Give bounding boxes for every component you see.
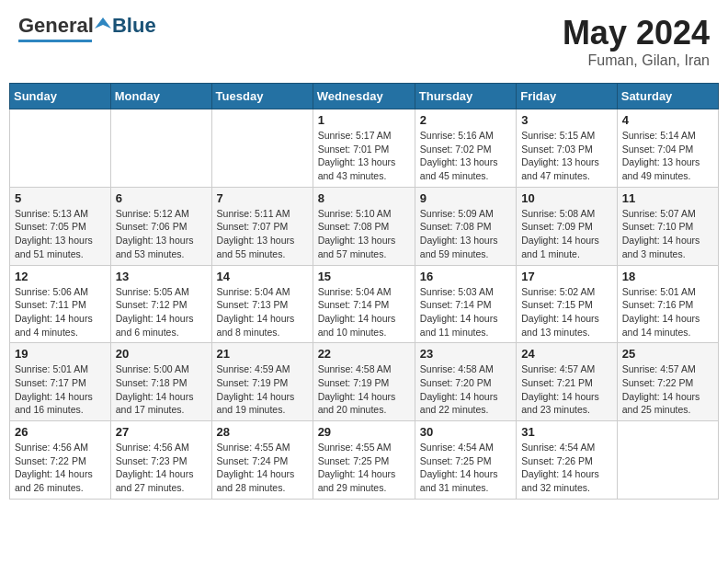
day-number: 9 [420,191,511,205]
day-number: 4 [622,113,713,127]
calendar-week-row: 12Sunrise: 5:06 AM Sunset: 7:11 PM Dayli… [10,265,719,343]
day-number: 27 [116,425,207,439]
calendar-cell: 23Sunrise: 4:58 AM Sunset: 7:20 PM Dayli… [415,343,516,421]
day-info: Sunrise: 5:14 AM Sunset: 7:04 PM Dayligh… [622,129,713,183]
calendar-cell [110,109,211,188]
calendar-cell: 18Sunrise: 5:01 AM Sunset: 7:16 PM Dayli… [617,265,718,343]
calendar-cell: 24Sunrise: 4:57 AM Sunset: 7:21 PM Dayli… [517,343,618,421]
day-number: 2 [420,113,511,127]
day-info: Sunrise: 5:10 AM Sunset: 7:08 PM Dayligh… [318,207,410,261]
calendar-cell: 17Sunrise: 5:02 AM Sunset: 7:15 PM Dayli… [517,265,618,343]
day-number: 31 [521,425,612,439]
day-header-sunday: Sunday [10,84,111,109]
day-info: Sunrise: 4:56 AM Sunset: 7:23 PM Dayligh… [116,441,207,495]
day-number: 14 [217,270,308,283]
day-info: Sunrise: 5:00 AM Sunset: 7:18 PM Dayligh… [116,362,207,417]
logo-bird-icon [95,16,111,32]
logo-general-text: General [18,14,94,38]
calendar-cell: 15Sunrise: 5:04 AM Sunset: 7:14 PM Dayli… [313,265,415,343]
calendar-week-row: 1Sunrise: 5:17 AM Sunset: 7:01 PM Daylig… [10,109,719,188]
day-info: Sunrise: 5:08 AM Sunset: 7:09 PM Dayligh… [521,207,612,261]
day-info: Sunrise: 4:57 AM Sunset: 7:21 PM Dayligh… [521,362,612,417]
day-info: Sunrise: 5:06 AM Sunset: 7:11 PM Dayligh… [15,285,106,339]
day-number: 11 [622,191,713,205]
day-number: 20 [116,347,207,361]
calendar-week-row: 5Sunrise: 5:13 AM Sunset: 7:05 PM Daylig… [10,187,719,265]
day-number: 18 [622,270,713,283]
calendar-cell: 12Sunrise: 5:06 AM Sunset: 7:11 PM Dayli… [10,265,111,343]
calendar-cell [10,109,111,188]
day-header-monday: Monday [110,84,211,109]
calendar-cell [211,109,313,188]
day-number: 7 [217,191,308,205]
calendar-cell: 10Sunrise: 5:08 AM Sunset: 7:09 PM Dayli… [517,187,618,265]
day-info: Sunrise: 5:04 AM Sunset: 7:14 PM Dayligh… [318,285,410,339]
day-info: Sunrise: 4:57 AM Sunset: 7:22 PM Dayligh… [622,362,713,417]
day-info: Sunrise: 5:03 AM Sunset: 7:14 PM Dayligh… [420,285,511,339]
calendar-cell: 22Sunrise: 4:58 AM Sunset: 7:19 PM Dayli… [313,343,415,421]
calendar-cell: 30Sunrise: 4:54 AM Sunset: 7:25 PM Dayli… [415,421,516,500]
title-area: May 2024 Fuman, Gilan, Iran [563,14,710,69]
calendar-cell: 3Sunrise: 5:15 AM Sunset: 7:03 PM Daylig… [517,109,618,188]
calendar-cell: 9Sunrise: 5:09 AM Sunset: 7:08 PM Daylig… [415,187,516,265]
svg-marker-0 [95,17,111,29]
day-info: Sunrise: 4:58 AM Sunset: 7:20 PM Dayligh… [420,362,511,417]
day-number: 10 [521,191,612,205]
day-number: 15 [318,270,410,283]
day-number: 6 [116,191,207,205]
logo-underline [18,40,92,42]
calendar-cell: 5Sunrise: 5:13 AM Sunset: 7:05 PM Daylig… [10,187,111,265]
day-info: Sunrise: 4:55 AM Sunset: 7:25 PM Dayligh… [318,441,410,495]
calendar-week-row: 19Sunrise: 5:01 AM Sunset: 7:17 PM Dayli… [10,343,719,421]
calendar-cell: 29Sunrise: 4:55 AM Sunset: 7:25 PM Dayli… [313,421,415,500]
calendar-cell: 27Sunrise: 4:56 AM Sunset: 7:23 PM Dayli… [110,421,211,500]
calendar-cell: 16Sunrise: 5:03 AM Sunset: 7:14 PM Dayli… [415,265,516,343]
day-number: 28 [217,425,308,439]
day-info: Sunrise: 4:54 AM Sunset: 7:25 PM Dayligh… [420,441,511,495]
day-info: Sunrise: 5:13 AM Sunset: 7:05 PM Dayligh… [15,207,106,261]
day-number: 19 [15,347,106,361]
day-info: Sunrise: 5:01 AM Sunset: 7:17 PM Dayligh… [15,362,106,417]
day-number: 29 [318,425,410,439]
calendar-cell: 26Sunrise: 4:56 AM Sunset: 7:22 PM Dayli… [10,421,111,500]
calendar-cell: 25Sunrise: 4:57 AM Sunset: 7:22 PM Dayli… [617,343,718,421]
day-number: 17 [521,270,612,283]
day-number: 3 [521,113,612,127]
day-number: 12 [15,270,106,283]
day-number: 5 [15,191,106,205]
day-number: 23 [420,347,511,361]
logo: General Blue [18,14,156,42]
day-info: Sunrise: 5:07 AM Sunset: 7:10 PM Dayligh… [622,207,713,261]
calendar-cell: 19Sunrise: 5:01 AM Sunset: 7:17 PM Dayli… [10,343,111,421]
calendar-cell: 2Sunrise: 5:16 AM Sunset: 7:02 PM Daylig… [415,109,516,188]
calendar-cell: 4Sunrise: 5:14 AM Sunset: 7:04 PM Daylig… [617,109,718,188]
calendar-cell: 6Sunrise: 5:12 AM Sunset: 7:06 PM Daylig… [110,187,211,265]
location-title: Fuman, Gilan, Iran [563,52,710,69]
day-header-friday: Friday [517,84,618,109]
day-number: 21 [217,347,308,361]
day-header-saturday: Saturday [617,84,718,109]
calendar-cell: 20Sunrise: 5:00 AM Sunset: 7:18 PM Dayli… [110,343,211,421]
day-info: Sunrise: 5:15 AM Sunset: 7:03 PM Dayligh… [521,129,612,183]
day-info: Sunrise: 5:02 AM Sunset: 7:15 PM Dayligh… [521,285,612,339]
calendar-cell: 28Sunrise: 4:55 AM Sunset: 7:24 PM Dayli… [211,421,313,500]
calendar-cell: 7Sunrise: 5:11 AM Sunset: 7:07 PM Daylig… [211,187,313,265]
calendar-cell: 21Sunrise: 4:59 AM Sunset: 7:19 PM Dayli… [211,343,313,421]
day-number: 1 [318,113,410,127]
day-info: Sunrise: 5:01 AM Sunset: 7:16 PM Dayligh… [622,285,713,339]
calendar-header-row: SundayMondayTuesdayWednesdayThursdayFrid… [10,84,719,109]
day-info: Sunrise: 4:55 AM Sunset: 7:24 PM Dayligh… [217,441,308,495]
day-info: Sunrise: 4:58 AM Sunset: 7:19 PM Dayligh… [318,362,410,417]
calendar-cell: 8Sunrise: 5:10 AM Sunset: 7:08 PM Daylig… [313,187,415,265]
page-header: General Blue May 2024 Fuman, Gilan, Iran [9,9,719,74]
calendar-cell: 14Sunrise: 5:04 AM Sunset: 7:13 PM Dayli… [211,265,313,343]
day-info: Sunrise: 5:09 AM Sunset: 7:08 PM Dayligh… [420,207,511,261]
day-info: Sunrise: 5:11 AM Sunset: 7:07 PM Dayligh… [217,207,308,261]
calendar-cell: 11Sunrise: 5:07 AM Sunset: 7:10 PM Dayli… [617,187,718,265]
calendar-cell: 1Sunrise: 5:17 AM Sunset: 7:01 PM Daylig… [313,109,415,188]
day-info: Sunrise: 5:04 AM Sunset: 7:13 PM Dayligh… [217,285,308,339]
day-number: 30 [420,425,511,439]
day-number: 25 [622,347,713,361]
day-info: Sunrise: 4:59 AM Sunset: 7:19 PM Dayligh… [217,362,308,417]
day-info: Sunrise: 5:05 AM Sunset: 7:12 PM Dayligh… [116,285,207,339]
